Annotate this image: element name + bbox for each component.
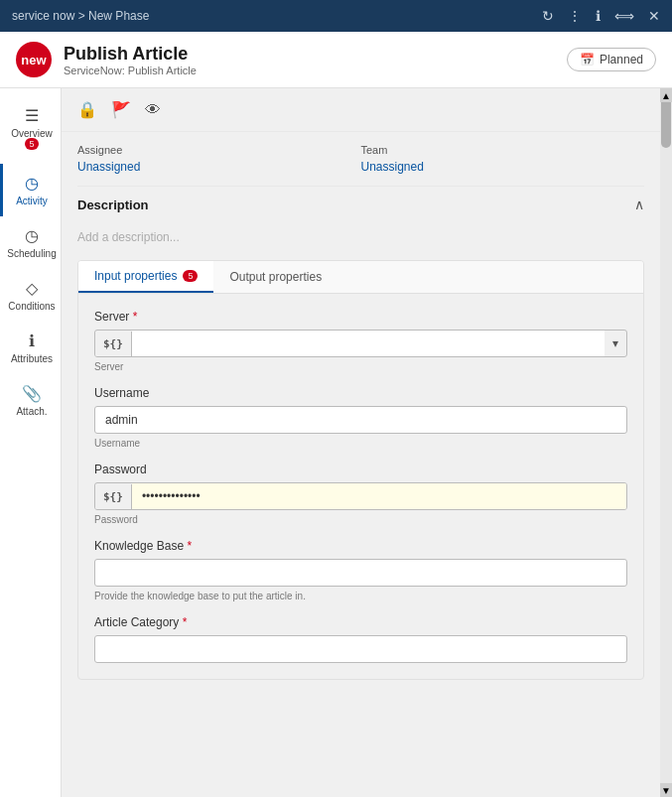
content-area: 🔒 🚩 👁 Assignee Unassigned Team Unassigne…	[62, 88, 660, 797]
overview-badge: 5	[25, 138, 38, 150]
info-icon[interactable]: ℹ	[596, 8, 601, 24]
server-dropdown-icon: ▾	[605, 331, 626, 356]
description-header: Description ∧	[77, 186, 644, 222]
calendar-icon: 📅	[580, 53, 595, 66]
tab-output-properties[interactable]: Output properties	[213, 261, 337, 293]
knowledge-base-label: Knowledge Base *	[94, 539, 627, 553]
scroll-up-button[interactable]: ▲	[660, 88, 672, 102]
breadcrumb: service now > New Phase	[12, 9, 149, 23]
password-input[interactable]	[132, 483, 626, 509]
sidebar-item-attributes[interactable]: ℹ Attributes	[0, 322, 61, 374]
description-collapse-icon[interactable]: ∧	[634, 197, 644, 212]
lock-icon[interactable]: 🔒	[77, 100, 97, 119]
activity-icon: ◷	[25, 174, 39, 193]
status-badge[interactable]: 📅 Planned	[567, 48, 656, 71]
form-content: Server * ${} ▾ Server	[78, 294, 643, 679]
sidebar: ☰ Overview 5 ◷ Activity ◷ Scheduling ◇ C…	[0, 88, 62, 797]
page-title: Publish Article	[64, 44, 197, 65]
description-placeholder[interactable]: Add a description...	[77, 222, 644, 260]
attach-icon: 📎	[22, 384, 42, 403]
assignee-col: Assignee Unassigned	[77, 144, 361, 174]
server-select[interactable]	[132, 331, 605, 356]
server-input-wrapper: ${} ▾	[94, 330, 627, 357]
password-prefix: ${}	[95, 484, 132, 509]
team-label: Team	[361, 144, 645, 156]
header-left: new Publish Article ServiceNow: Publish …	[16, 42, 197, 77]
server-hint: Server	[94, 361, 627, 372]
main-layout: ☰ Overview 5 ◷ Activity ◷ Scheduling ◇ C…	[0, 88, 672, 797]
properties-section: Input properties 5 Output properties Ser…	[77, 260, 644, 680]
team-value[interactable]: Unassigned	[361, 160, 645, 174]
tabs-row: Input properties 5 Output properties	[78, 261, 643, 294]
article-category-input[interactable]	[94, 635, 627, 663]
flag-icon[interactable]: 🚩	[111, 100, 131, 119]
overview-icon: ☰	[25, 106, 39, 125]
description-section: Description ∧ Add a description...	[62, 186, 660, 260]
top-bar-actions: ↻ ⋮ ℹ ⟺ ✕	[542, 8, 660, 24]
header: new Publish Article ServiceNow: Publish …	[0, 32, 672, 88]
username-field-group: Username Username	[94, 386, 627, 449]
sidebar-item-overview[interactable]: ☰ Overview 5	[0, 96, 61, 164]
sidebar-item-attach[interactable]: 📎 Attach.	[0, 374, 61, 427]
input-tab-badge: 5	[183, 270, 198, 282]
conditions-icon: ◇	[26, 279, 38, 298]
scheduling-icon: ◷	[25, 226, 39, 245]
attributes-icon: ℹ	[29, 332, 35, 350]
expand-icon[interactable]: ⟺	[614, 8, 634, 24]
password-input-wrapper: ${}	[94, 482, 627, 510]
password-label: Password	[94, 463, 627, 476]
knowledge-base-hint: Provide the knowledge base to put the ar…	[94, 591, 627, 601]
sidebar-item-activity[interactable]: ◷ Activity	[0, 164, 61, 216]
scrollbar-track: ▲ ▼	[660, 88, 672, 797]
top-bar: service now > New Phase ↻ ⋮ ℹ ⟺ ✕	[0, 0, 672, 32]
page-subtitle: ServiceNow: Publish Article	[64, 65, 197, 76]
team-col: Team Unassigned	[361, 144, 645, 174]
assignee-team-row: Assignee Unassigned Team Unassigned	[62, 132, 660, 186]
assignee-value[interactable]: Unassigned	[77, 160, 361, 174]
username-hint: Username	[94, 438, 627, 449]
sidebar-item-scheduling[interactable]: ◷ Scheduling	[0, 216, 61, 269]
more-icon[interactable]: ⋮	[568, 8, 582, 24]
app-icon: new	[16, 42, 52, 77]
header-info: Publish Article ServiceNow: Publish Arti…	[64, 44, 197, 76]
refresh-icon[interactable]: ↻	[542, 8, 554, 24]
username-label: Username	[94, 386, 627, 400]
sidebar-item-conditions[interactable]: ◇ Conditions	[0, 269, 61, 322]
scroll-down-button[interactable]: ▼	[660, 783, 672, 797]
action-icons-row: 🔒 🚩 👁	[62, 88, 660, 132]
tab-input-properties[interactable]: Input properties 5	[78, 261, 213, 293]
server-prefix: ${}	[95, 332, 132, 356]
description-title: Description	[77, 198, 149, 212]
password-field-group: Password ${} Password	[94, 463, 627, 525]
eye-icon[interactable]: 👁	[145, 101, 161, 119]
username-input[interactable]	[94, 406, 627, 434]
password-hint: Password	[94, 514, 627, 525]
knowledge-base-field-group: Knowledge Base * Provide the knowledge b…	[94, 539, 627, 601]
knowledge-base-input[interactable]	[94, 559, 627, 587]
kb-required: *	[187, 539, 192, 553]
server-field-group: Server * ${} ▾ Server	[94, 310, 627, 372]
server-label: Server *	[94, 310, 627, 324]
server-required: *	[133, 310, 138, 324]
ac-required: *	[183, 615, 188, 629]
assignee-label: Assignee	[77, 144, 361, 156]
article-category-field-group: Article Category *	[94, 615, 627, 663]
close-icon[interactable]: ✕	[648, 8, 660, 24]
article-category-label: Article Category *	[94, 615, 627, 629]
